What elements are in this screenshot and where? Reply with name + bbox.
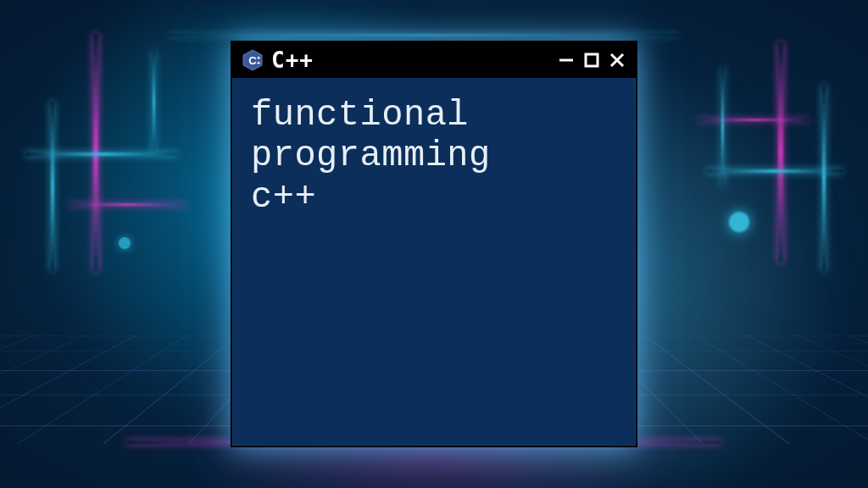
content-line-2: programming — [251, 136, 617, 176]
maximize-button[interactable] — [581, 50, 602, 70]
terminal-window: C + + C++ functional programming c++ — [231, 41, 637, 447]
content-line-1: functional — [251, 95, 617, 136]
svg-text:C: C — [248, 54, 257, 67]
svg-text:+: + — [257, 60, 260, 66]
terminal-content: functional programming c++ — [232, 78, 636, 235]
window-titlebar[interactable]: C + + C++ — [232, 42, 636, 78]
minimize-button[interactable] — [556, 50, 576, 70]
window-title: C++ — [271, 47, 549, 73]
cpp-icon: C + + — [241, 48, 264, 72]
svg-rect-5 — [586, 54, 598, 66]
content-line-3: c++ — [251, 177, 617, 218]
window-controls — [556, 50, 627, 70]
close-button[interactable] — [607, 50, 627, 70]
